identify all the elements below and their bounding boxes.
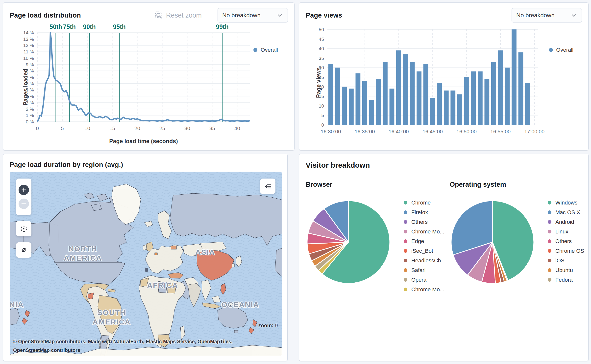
os-pie-chart[interactable]: [450, 199, 535, 285]
reset-zoom-label: Reset zoom: [166, 12, 202, 19]
page-title: Page views: [306, 12, 342, 19]
svg-text:0: 0: [321, 122, 324, 128]
legend-swatch: [548, 278, 551, 282]
legend-label: Android: [555, 219, 574, 225]
svg-text:40: 40: [234, 125, 240, 131]
legend-item[interactable]: Windows: [548, 198, 584, 207]
zoom-value: 0: [275, 322, 278, 328]
plus-icon: [21, 187, 26, 193]
svg-text:99th: 99th: [216, 24, 228, 30]
reset-zoom-button[interactable]: Reset zoom: [153, 11, 203, 20]
svg-text:16:55:00: 16:55:00: [490, 129, 511, 134]
svg-text:Page load time (seconds): Page load time (seconds): [109, 138, 178, 144]
svg-text:10: 10: [319, 103, 324, 109]
legend-swatch: [548, 210, 551, 214]
legend-swatch: [404, 230, 407, 233]
chevron-down-icon: [277, 12, 283, 19]
korea: [232, 264, 234, 267]
legend-swatch: [548, 201, 551, 205]
bar-chart-canvas[interactable]: 0510152025303540455016:30:0016:35:0016:4…: [306, 24, 582, 140]
legend-label: Windows: [555, 200, 577, 206]
legend-item[interactable]: Chrome Mo...: [404, 285, 445, 294]
legend-label: Edge: [411, 238, 424, 245]
country-belarus: [171, 246, 176, 249]
legend-label: Others: [411, 219, 428, 225]
legend-item[interactable]: Others: [548, 236, 584, 246]
legend-item[interactable]: Mac OS X: [548, 207, 584, 217]
world-map[interactable]: NORTH AMERICA SOUTH AMERICA AFRICA ASIA …: [10, 172, 282, 356]
svg-text:2 %: 2 %: [26, 107, 34, 112]
svg-text:14 %: 14 %: [23, 30, 34, 35]
zoom-label: zoom:: [258, 322, 274, 328]
svg-text:13 %: 13 %: [23, 37, 34, 42]
browser-pie-chart[interactable]: [306, 199, 391, 285]
crosshair-icon: [19, 224, 28, 233]
legend-label: Chrome Mo...: [411, 286, 444, 293]
breakdown-select[interactable]: No breakdown: [218, 8, 288, 23]
legend-item[interactable]: Opera: [404, 275, 445, 285]
y-axis-title: Pages loaded: [22, 68, 29, 105]
svg-text:30: 30: [184, 125, 190, 131]
svg-text:50th: 50th: [49, 24, 62, 30]
breakdown-select-value: No breakdown: [222, 12, 261, 19]
legend-item[interactable]: Linux: [548, 227, 584, 236]
expand-diagonal-icon: [20, 246, 28, 254]
country-netherlands: [155, 253, 157, 255]
legend-swatch: [548, 220, 551, 224]
fit-to-data-button[interactable]: [16, 242, 31, 258]
legend-item[interactable]: HeadlessCh...: [404, 256, 445, 265]
legend-swatch: [404, 249, 407, 253]
legend-item[interactable]: Chrome: [404, 198, 445, 207]
legend-label: Others: [555, 238, 572, 245]
svg-text:75th: 75th: [63, 24, 76, 30]
legend-swatch: [548, 239, 551, 243]
legend-swatch: [253, 48, 257, 52]
zoom-out-button[interactable]: [19, 199, 29, 209]
zoom-in-button[interactable]: [19, 185, 29, 195]
legend-item[interactable]: Fedora: [548, 275, 584, 285]
tasmania: [234, 330, 238, 333]
os-pie-legend: WindowsMac OS XAndroidLinuxOthersChrome …: [548, 198, 584, 285]
os-subtitle: Operating system: [450, 181, 584, 188]
svg-text:5: 5: [321, 113, 324, 118]
legend-item[interactable]: iOS: [548, 256, 584, 265]
page-title: Visitor breakdown: [306, 161, 582, 169]
svg-text:95th: 95th: [113, 24, 125, 30]
legend-swatch: [548, 268, 551, 272]
chart-legend[interactable]: Overall: [253, 47, 278, 53]
legend-label: Overall: [556, 47, 573, 53]
collapse-legend-button[interactable]: [260, 179, 275, 194]
line-chart-canvas[interactable]: 0 %1 %2 %3 %4 %5 %6 %7 %8 %9 %10 %11 %12…: [10, 24, 288, 149]
legend-label: Safari: [411, 267, 425, 273]
legend-item[interactable]: Ubuntu: [548, 265, 584, 275]
svg-text:45: 45: [319, 37, 324, 42]
panel-visitor-breakdown: Visitor breakdown Browser ChromeFirefoxO…: [299, 154, 589, 361]
svg-text:35: 35: [209, 125, 215, 131]
legend-swatch: [548, 259, 551, 262]
breakdown-select[interactable]: No breakdown: [512, 8, 582, 23]
svg-text:16:50:00: 16:50:00: [456, 129, 477, 134]
svg-text:16:45:00: 16:45:00: [422, 129, 443, 134]
legend-item[interactable]: Firefox: [404, 207, 445, 217]
legend-label: Linux: [555, 228, 568, 235]
legend-item[interactable]: Others: [404, 217, 445, 227]
map-canvas[interactable]: NORTH AMERICA SOUTH AMERICA AFRICA ASIA …: [10, 172, 282, 356]
browser-subtitle: Browser: [306, 181, 445, 188]
legend-swatch: [404, 201, 407, 205]
browser-pie-legend: ChromeFirefoxOthersChrome Mo...EdgeiSec_…: [404, 198, 445, 294]
legend-item[interactable]: iSec_Bot: [404, 246, 445, 256]
svg-text:0 %: 0 %: [26, 119, 34, 124]
legend-label: Chrome OS: [555, 248, 584, 254]
legend-item[interactable]: Edge: [404, 236, 445, 246]
set-view-button[interactable]: [16, 221, 31, 236]
panel-page-load-duration-map: Page load duration by region (avg.): [3, 154, 288, 361]
chart-legend[interactable]: Overall: [549, 47, 573, 53]
svg-text:20: 20: [134, 125, 140, 131]
map-label-oceania: OCEANIA: [222, 300, 259, 309]
legend-label: Mac OS X: [555, 209, 580, 216]
legend-item[interactable]: Android: [548, 217, 584, 227]
legend-item[interactable]: Safari: [404, 265, 445, 275]
page-views-chart: Page views 0510152025303540455016:30:001…: [306, 24, 582, 141]
legend-item[interactable]: Chrome Mo...: [404, 227, 445, 236]
legend-item[interactable]: Chrome OS: [548, 246, 584, 256]
